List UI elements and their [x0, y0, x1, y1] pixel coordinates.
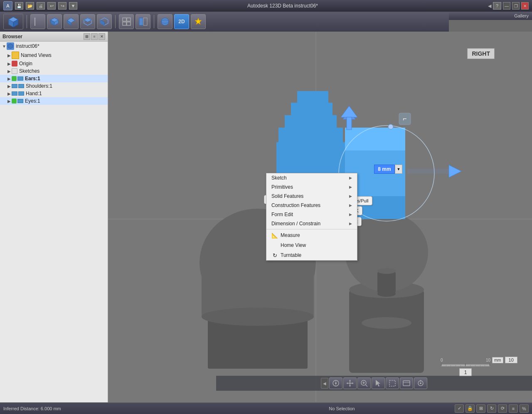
- shoulders-label: Shoulders:1: [26, 83, 52, 89]
- toolbar-quick-print[interactable]: 🖨: [37, 2, 45, 10]
- ruler-val2: 1: [459, 368, 472, 377]
- svg-point-29: [349, 281, 424, 298]
- svg-marker-65: [349, 385, 351, 387]
- sketches-arrow: ▶: [7, 69, 12, 74]
- toolbar-view-top[interactable]: [64, 14, 79, 29]
- tree-item-named-views[interactable]: ▶ Named Views: [0, 51, 108, 60]
- toolbar-view-mode[interactable]: [135, 14, 150, 29]
- app-menu-button[interactable]: A: [3, 1, 12, 10]
- nav-orbit-btn[interactable]: [329, 377, 342, 389]
- split-view-icon: [121, 17, 131, 27]
- tree-item-ears[interactable]: ▶ Ears:1: [0, 75, 108, 82]
- tree-item-eyes[interactable]: ▶ Eyes:1: [0, 97, 108, 105]
- status-check-btn[interactable]: ✓: [455, 404, 464, 413]
- tree-item-sketches[interactable]: ▶ Sketches: [0, 67, 108, 75]
- toolbar-undo[interactable]: ↩: [47, 2, 56, 10]
- status-center: No Selection: [229, 406, 455, 411]
- ctx-turntable[interactable]: ↻ Turntable: [266, 250, 357, 260]
- selection-status: No Selection: [329, 406, 355, 411]
- svg-rect-74: [403, 381, 410, 386]
- svg-rect-41: [278, 128, 343, 142]
- minimize-button[interactable]: —: [503, 2, 510, 10]
- toolbar-divider-1: [27, 15, 27, 28]
- collapse-arrow[interactable]: ◀: [488, 3, 491, 9]
- svg-point-53: [388, 124, 393, 129]
- svg-rect-42: [285, 115, 337, 128]
- svg-marker-55: [341, 106, 357, 117]
- nav-zoom-btn[interactable]: [357, 377, 371, 389]
- ctx-form-edit-label: Form Edit: [271, 212, 293, 217]
- tree-item-hand[interactable]: ▶ Hand:1: [0, 90, 108, 97]
- help-button[interactable]: ?: [493, 2, 501, 10]
- toolbar-quick-save[interactable]: 💾: [15, 2, 23, 10]
- status-grid-btn[interactable]: ⊞: [476, 404, 485, 413]
- status-refresh-btn[interactable]: ⟳: [498, 404, 507, 413]
- ctx-construction-features[interactable]: Construction Features: [266, 201, 357, 210]
- named-views-folder-icon: [12, 52, 19, 59]
- named-views-label: Named Views: [21, 52, 52, 58]
- ctx-sketch[interactable]: Sketch: [266, 173, 357, 182]
- browser-close-btn[interactable]: ✕: [99, 33, 105, 40]
- nav-pan-btn[interactable]: [343, 377, 357, 389]
- view-mode-icon: [138, 17, 148, 27]
- ctx-home-view-label: Home View: [281, 242, 306, 248]
- pan-icon: [346, 379, 354, 387]
- origin-label: Origin: [19, 61, 32, 67]
- nav-box-select-btn[interactable]: [386, 377, 399, 389]
- status-sync-btn[interactable]: ↻: [487, 404, 496, 413]
- toolbar-view-3d[interactable]: [47, 14, 62, 29]
- toolbar-2d-view[interactable]: 2D: [174, 14, 189, 29]
- browser-grid-btn[interactable]: ⊞: [84, 33, 90, 40]
- tree-root[interactable]: ▼ instruct06*: [0, 42, 108, 51]
- status-zoom-pct-btn[interactable]: %: [520, 404, 529, 413]
- toolbar-split-view[interactable]: [119, 14, 134, 29]
- close-button[interactable]: ✕: [521, 2, 529, 10]
- restore-button[interactable]: ❐: [512, 2, 520, 10]
- ctx-solid-features[interactable]: Solid Features: [266, 192, 357, 201]
- gallery-bar[interactable]: Gallery: [449, 12, 532, 20]
- ctx-measure[interactable]: 📐 Measure: [266, 230, 357, 240]
- browser-list-btn[interactable]: ≡: [91, 33, 98, 40]
- home-view-button[interactable]: [3, 14, 23, 30]
- toolbar-view-right[interactable]: [80, 14, 95, 29]
- svg-rect-31: [362, 323, 411, 373]
- ears-part-icon: [17, 76, 23, 81]
- toolbar-quick-open[interactable]: 📂: [26, 2, 34, 10]
- svg-marker-15: [101, 20, 104, 25]
- toolbar-sphere-view[interactable]: [158, 14, 172, 29]
- svg-rect-39: [202, 263, 314, 317]
- browser-panel: Browser ⊞ ≡ ✕ ▼ instruct06* ▶ Named View…: [0, 32, 108, 402]
- tree-item-shoulders[interactable]: ▶ Shoulders:1: [0, 82, 108, 90]
- ears-arrow: ▶: [7, 76, 12, 81]
- viewport[interactable]: ⌐ RIGHT Repeat... ⊕ Move/Rotate/Scale ⇕ …: [108, 32, 532, 402]
- nav-select-btn[interactable]: [372, 377, 385, 389]
- status-settings-btn[interactable]: ≡: [509, 404, 518, 413]
- ruler-bottom-val: 1: [464, 370, 467, 375]
- window-controls: — ❐ ✕: [503, 2, 529, 10]
- hand-label: Hand:1: [26, 91, 42, 96]
- nav-collapse-btn[interactable]: ◀: [321, 378, 328, 389]
- ctx-form-edit[interactable]: Form Edit: [266, 210, 357, 219]
- svg-rect-73: [389, 380, 395, 386]
- ruler-labels: 0 10: [441, 358, 490, 362]
- nav-render-btn[interactable]: [414, 377, 427, 389]
- toolbar-view-front[interactable]: [30, 14, 45, 29]
- dimension-dropdown[interactable]: ▼: [395, 165, 402, 174]
- status-lock-btn[interactable]: 🔒: [466, 404, 475, 413]
- ctx-primitives[interactable]: Primitives: [266, 182, 357, 192]
- ruler-unit: mm: [492, 357, 503, 363]
- nav-view-btn[interactable]: [400, 377, 413, 389]
- toolbar-redo[interactable]: ↪: [58, 2, 66, 10]
- toolbar-view-left[interactable]: [97, 14, 112, 29]
- toolbar-more[interactable]: ▼: [69, 2, 77, 10]
- ruler-label-0: 0: [441, 358, 443, 362]
- ctx-turntable-label: Turntable: [281, 252, 301, 258]
- svg-rect-44: [297, 91, 328, 104]
- ctx-dimension-constrain[interactable]: Dimension / Constrain: [266, 219, 357, 228]
- ctx-home-view[interactable]: Home View: [266, 240, 357, 250]
- dimension-input[interactable]: 8 mm: [374, 165, 395, 174]
- toolbar-extra[interactable]: [191, 14, 206, 29]
- tree-item-origin[interactable]: ▶ Origin: [0, 60, 108, 67]
- hand-eye-icon: [12, 91, 17, 96]
- ruler-bar: [441, 364, 490, 367]
